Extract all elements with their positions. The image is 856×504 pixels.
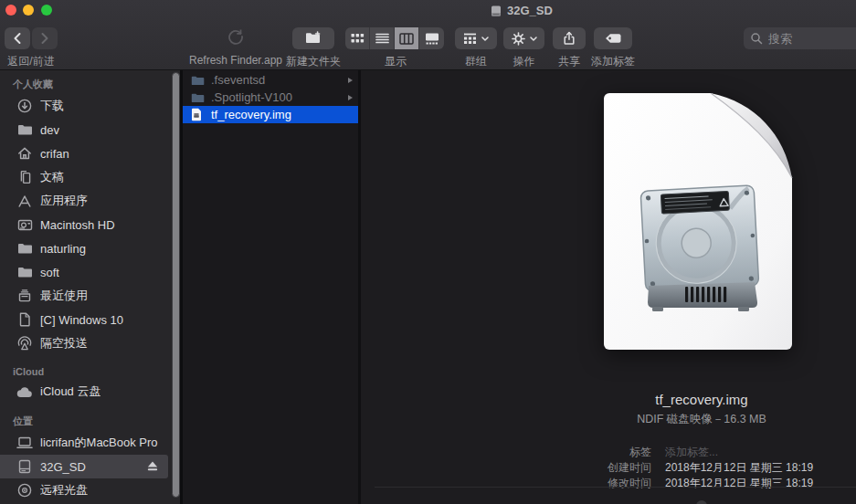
refresh-app-label: Refresh Finder.app [188,54,283,67]
sidebar-item-label: soft [40,266,59,279]
disclosure-triangle-icon[interactable] [348,95,353,100]
sidebar-scrollbar[interactable] [172,72,180,498]
chevron-left-icon [13,32,22,45]
window-title: 32G_SD [490,4,553,17]
sidebar-item-dev[interactable]: dev [0,118,180,142]
file-list-column: .fseventsd .Spotlight-V100 tf_recovery.i… [183,70,358,504]
disk-image-file-icon [191,108,206,121]
sidebar-item-applications[interactable]: 应用程序 [0,189,180,213]
share-label: 共享 [547,54,591,69]
close-window-button[interactable] [5,5,16,16]
eject-button[interactable] [146,460,159,472]
search-field[interactable] [744,27,856,49]
add-tags-label: 添加标签 [591,54,635,69]
info-row-created: 创建时间 2018年12月12日 星期三 18:19 [507,460,856,476]
view-list-button[interactable] [370,27,395,49]
new-folder-button[interactable] [292,27,334,49]
add-tags-link[interactable]: 添加标签... [665,445,856,460]
sidebar-item-macbook-pro[interactable]: licrifan的MacBook Pro [0,431,180,455]
sidebar-section-favorites: 个人收藏 [13,78,180,91]
folder-icon [16,121,33,138]
sidebar-item-soft[interactable]: soft [0,260,180,284]
share-button[interactable] [553,27,586,49]
show-more-button-clipped[interactable] [696,500,707,504]
window-title-text: 32G_SD [507,4,553,17]
sidebar-item-label: naturling [40,242,86,256]
preview-file-kind: NDIF 磁盘映像－16.3 MB [507,412,856,427]
sidebar-item-label: dev [40,123,59,137]
hidden-folder-icon [191,92,206,103]
minimize-window-button[interactable] [23,5,34,16]
view-gallery-button[interactable] [419,27,444,49]
sidebar-item-remote-disc[interactable]: 远程光盘 [0,478,180,502]
info-label: 标签 [507,445,651,460]
sidebar-item-documents[interactable]: 文稿 [0,165,180,189]
sidebar-item-downloads[interactable]: 下载 [0,94,180,118]
sidebar-item-airdrop[interactable]: 隔空投送 [0,331,180,355]
disclosure-triangle-icon[interactable] [348,78,353,83]
sidebar-item-naturling[interactable]: naturling [0,236,180,260]
gear-icon [512,32,525,46]
view-segmented-control [345,27,444,49]
chevron-down-icon [481,37,489,41]
titlebar-toolbar: 32G_SD 返回/前进 Refresh Finder.app 新建文件夹 [0,0,856,70]
sidebar-item-recents[interactable]: 最近使用 [0,284,180,308]
sidebar-item-c-windows-10[interactable]: [C] Windows 10 [0,308,180,331]
sidebar-item-label: 文稿 [40,169,64,185]
info-value: 2018年12月12日 星期三 18:19 [665,476,856,491]
action-button[interactable] [503,27,544,49]
sidebar-section-locations: 位置 [13,415,180,428]
info-row-tags: 标签 添加标签... [507,445,856,460]
file-name: .Spotlight-V100 [211,90,348,104]
disc-icon [16,482,33,499]
airdrop-icon [16,335,33,352]
file-row-spotlight-v100[interactable]: .Spotlight-V100 [183,89,358,106]
volume-proxy-icon [490,5,502,17]
disk-image-preview-icon[interactable] [604,93,796,350]
sidebar-item-label: iCloud 云盘 [40,383,100,400]
zoom-window-button[interactable] [41,5,52,16]
info-value: 2018年12月12日 星期三 18:19 [665,460,856,476]
search-icon [750,32,763,45]
laptop-icon [16,435,33,451]
file-row-tf-recovery-img[interactable]: tf_recovery.img [183,106,358,123]
sidebar-item-label: licrifan的MacBook Pro [40,435,158,451]
file-row-fseventsd[interactable]: .fseventsd [183,71,358,89]
file-name: .fseventsd [211,73,348,87]
sidebar-item-macintosh-hd[interactable]: Macintosh HD [0,213,180,236]
action-label: 操作 [503,54,544,69]
refresh-app-icon[interactable] [226,26,246,47]
download-icon [16,98,33,114]
documents-icon [16,169,33,185]
new-folder-icon [304,31,322,46]
sidebar-item-label: 远程光盘 [40,482,88,499]
sidebar-item-icloud-drive[interactable]: iCloud 云盘 [0,380,180,404]
applications-icon [16,193,33,209]
view-columns-button[interactable] [395,27,419,49]
sidebar-item-home[interactable]: crifan [0,142,180,165]
sidebar: 个人收藏 下载 dev crifan 文稿 应用程序 Macintosh HD … [0,70,180,504]
hidden-folder-icon [191,75,206,86]
group-button[interactable] [455,27,497,49]
search-input[interactable] [766,31,843,47]
add-tags-button[interactable] [594,27,632,49]
home-icon [16,145,33,162]
back-forward-label: 返回/前进 [2,54,60,69]
sidebar-item-label: Macintosh HD [40,218,115,232]
cloud-icon [16,383,33,400]
sidebar-item-32g-sd[interactable]: 32G_SD [0,455,168,478]
back-button[interactable] [5,27,30,49]
sidebar-section-icloud: iCloud [13,366,180,377]
folder-icon [16,240,33,257]
info-label: 创建时间 [507,460,651,476]
sidebar-item-label: [C] Windows 10 [40,313,123,327]
view-label: 显示 [371,54,420,69]
info-row-modified: 修改时间 2018年12月12日 星期三 18:19 [507,476,856,491]
recents-icon [16,288,33,304]
forward-button[interactable] [32,27,58,49]
sidebar-item-label: 最近使用 [40,288,88,304]
group-label: 群组 [455,54,497,69]
sidebar-item-label: 应用程序 [40,193,88,209]
sidebar-item-label: 隔空投送 [40,335,88,352]
view-icons-button[interactable] [345,27,370,49]
